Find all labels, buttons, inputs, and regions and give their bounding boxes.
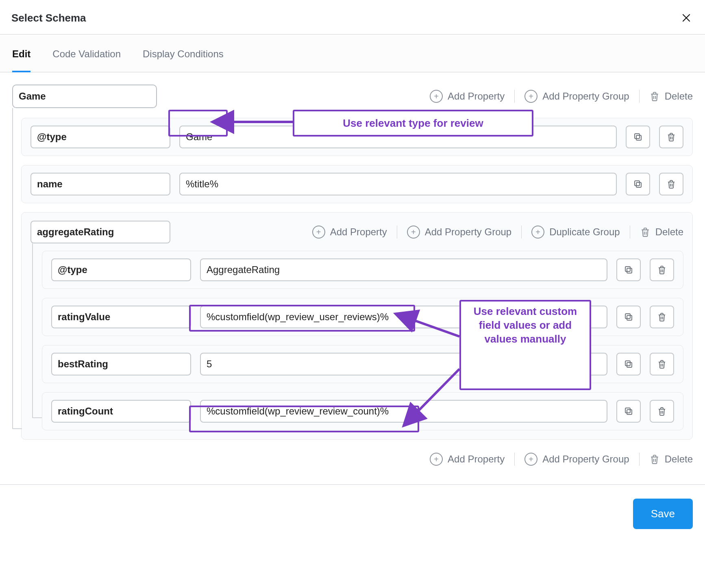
schema-root-type-input[interactable] <box>12 85 157 108</box>
svg-rect-3 <box>635 181 640 186</box>
divider <box>639 90 640 103</box>
delete-button[interactable] <box>659 173 683 195</box>
svg-rect-11 <box>625 408 630 413</box>
svg-rect-8 <box>627 362 632 367</box>
copy-button[interactable] <box>616 258 641 281</box>
svg-rect-4 <box>627 268 632 273</box>
delete-button[interactable] <box>650 258 674 281</box>
svg-rect-9 <box>625 361 630 366</box>
property-key-input[interactable] <box>51 353 191 375</box>
delete-schema-button[interactable]: Delete <box>649 453 693 465</box>
plus-circle-icon: + <box>407 226 420 239</box>
annotation-note: Use relevant custom field values or add … <box>459 300 591 390</box>
svg-rect-7 <box>625 314 630 319</box>
copy-button[interactable] <box>616 353 641 375</box>
plus-circle-icon: + <box>524 453 537 466</box>
add-property-group-label: Add Property Group <box>542 91 629 102</box>
group-add-property-group-button[interactable]: + Add Property Group <box>407 226 511 239</box>
delete-button[interactable] <box>659 126 683 148</box>
add-property-button[interactable]: + Add Property <box>430 453 505 466</box>
property-row <box>42 251 683 289</box>
svg-rect-0 <box>636 135 641 140</box>
delete-label: Delete <box>655 226 683 238</box>
svg-rect-1 <box>635 134 640 139</box>
plus-circle-icon: + <box>524 90 537 103</box>
copy-button[interactable] <box>616 400 641 423</box>
add-property-button[interactable]: + Add Property <box>430 90 505 103</box>
property-group: + Add Property + Add Property Group + Du… <box>21 212 693 440</box>
group-duplicate-button[interactable]: + Duplicate Group <box>531 226 620 239</box>
property-key-input[interactable] <box>30 173 170 195</box>
property-value-input[interactable] <box>179 173 617 195</box>
add-property-group-button[interactable]: + Add Property Group <box>524 453 629 466</box>
tab-display-conditions[interactable]: Display Conditions <box>143 35 224 72</box>
tab-edit[interactable]: Edit <box>12 35 30 72</box>
add-property-group-label: Add Property Group <box>425 226 511 238</box>
duplicate-group-label: Duplicate Group <box>549 226 620 238</box>
divider <box>514 90 515 103</box>
delete-button[interactable] <box>650 306 674 328</box>
trash-icon <box>640 227 651 237</box>
svg-rect-6 <box>627 315 632 320</box>
divider <box>521 226 522 239</box>
divider <box>514 453 515 466</box>
svg-rect-10 <box>627 410 632 414</box>
divider <box>397 226 397 239</box>
annotation-note: Use relevant type for review <box>293 110 533 137</box>
add-property-label: Add Property <box>448 453 505 465</box>
divider <box>630 226 630 239</box>
annotation-text: Use relevant custom field values or add … <box>468 305 582 346</box>
delete-button[interactable] <box>650 353 674 375</box>
group-delete-button[interactable]: Delete <box>640 226 683 238</box>
add-property-label: Add Property <box>330 226 387 238</box>
annotation-text: Use relevant type for review <box>343 117 483 130</box>
svg-rect-5 <box>625 267 630 271</box>
modal-title: Select Schema <box>11 12 86 24</box>
property-row <box>21 165 693 203</box>
trash-icon <box>649 91 660 102</box>
tab-code-validation[interactable]: Code Validation <box>52 35 121 72</box>
tabs: Edit Code Validation Display Conditions <box>0 34 705 72</box>
add-property-label: Add Property <box>448 91 505 102</box>
save-button[interactable]: Save <box>633 499 693 529</box>
delete-button[interactable] <box>650 400 674 423</box>
plus-circle-icon: + <box>312 226 325 239</box>
plus-circle-icon: + <box>531 226 544 239</box>
property-key-input[interactable] <box>51 258 191 281</box>
delete-label: Delete <box>665 453 693 465</box>
trash-icon <box>649 454 660 464</box>
property-row <box>42 392 683 430</box>
divider <box>639 453 640 466</box>
add-property-group-button[interactable]: + Add Property Group <box>524 90 629 103</box>
property-key-input[interactable] <box>51 306 191 328</box>
plus-circle-icon: + <box>430 453 443 466</box>
close-icon[interactable] <box>679 11 694 25</box>
copy-button[interactable] <box>616 306 641 328</box>
property-key-input[interactable] <box>30 126 170 148</box>
group-name-input[interactable] <box>30 221 170 243</box>
delete-schema-button[interactable]: Delete <box>649 91 693 102</box>
add-property-group-label: Add Property Group <box>542 453 629 465</box>
property-key-input[interactable] <box>51 400 191 423</box>
plus-circle-icon: + <box>430 90 443 103</box>
group-add-property-button[interactable]: + Add Property <box>312 226 387 239</box>
delete-label: Delete <box>665 91 693 102</box>
copy-button[interactable] <box>626 126 650 148</box>
svg-rect-2 <box>636 182 641 187</box>
property-value-input[interactable] <box>200 258 607 281</box>
property-value-input[interactable] <box>200 400 607 423</box>
copy-button[interactable] <box>626 173 650 195</box>
